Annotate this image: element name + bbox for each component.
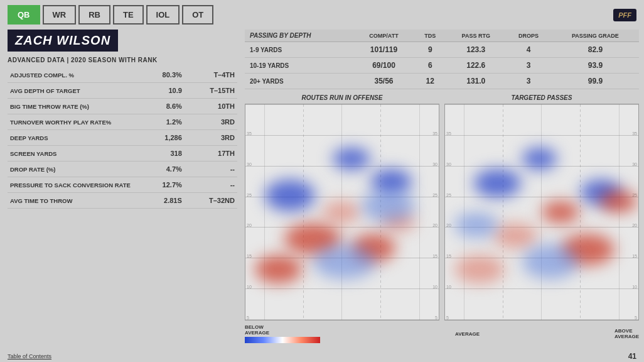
routes-run-heatmap <box>245 104 439 321</box>
footer: Table of Contents 41 <box>0 351 644 362</box>
nav-btn-qb[interactable]: QB <box>8 5 40 25</box>
routes-field <box>245 104 439 320</box>
heat-overlay-routes <box>245 104 439 320</box>
main-container: QB WR RB TE IOL OT PFF ZACH WILSON ADVAN… <box>0 0 644 362</box>
table-row: TURNOVER WORTHY PLAY RATE% 1.2% 3rd <box>8 114 237 130</box>
passing-row-10-19: 10-19 YARDS 69/100 6 122.6 3 93.9 <box>245 58 639 74</box>
stat-rank: T–4th <box>185 67 237 83</box>
stat-label: PRESSURE TO SACK CONVERSION RATE <box>8 177 134 193</box>
nav-btn-ot[interactable]: OT <box>182 5 213 25</box>
stat-label: DEEP YARDS <box>8 130 134 146</box>
stat-label: AVG DEPTH OF TARGET <box>8 83 134 99</box>
row-label: 1-9 YARDS <box>245 42 354 58</box>
legend-average-label: AVERAGE <box>455 331 480 337</box>
player-name-box: ZACH WILSON <box>8 30 118 52</box>
stats-table: ADJUSTED COMPL. % 80.3% T–4th AVG DEPTH … <box>8 67 237 209</box>
player-name: ZACH WILSON <box>15 33 110 48</box>
nav-btn-te[interactable]: TE <box>113 5 144 25</box>
routes-run-heatmap-container: ROUTES RUN IN OFFENSE <box>245 94 439 321</box>
pff-logo: PFF <box>613 9 636 21</box>
table-row: AVG TIME TO THROW 2.81s T–32nd <box>8 193 237 209</box>
pass-rtg-val: 122.6 <box>446 58 505 74</box>
col-header-passing-by-depth: PASSING BY DEPTH <box>245 30 354 42</box>
col-header-comp-att: COMP/ATT <box>354 30 414 42</box>
stat-rank: -- <box>185 162 237 177</box>
passing-row-1-9: 1-9 YARDS 101/119 9 123.3 4 82.9 <box>245 42 639 58</box>
tds-val: 6 <box>414 58 446 74</box>
stat-value: 2.81s <box>134 193 185 209</box>
legend-below: BELOWAVERAGE <box>245 324 320 343</box>
stat-rank: 3rd <box>185 130 237 146</box>
row-label: 20+ YARDS <box>245 74 354 89</box>
comp-att-val: 101/119 <box>354 42 414 58</box>
drops-val: 4 <box>505 42 552 58</box>
stat-rank: T–32nd <box>185 193 237 209</box>
stat-label: AVG TIME TO THROW <box>8 193 134 209</box>
stat-value: 318 <box>134 146 185 162</box>
legend-row: BELOWAVERAGE AVERAGE ABOVEAVERAGE <box>245 322 639 346</box>
row-label: 10-19 YARDS <box>245 58 354 74</box>
stat-value: 10.9 <box>134 83 185 99</box>
col-header-passing-grade: PASSING GRADE <box>552 30 639 42</box>
comp-att-val: 35/56 <box>354 74 414 89</box>
stat-value: 12.7% <box>134 177 185 193</box>
table-row: AVG DEPTH OF TARGET 10.9 T–15th <box>8 83 237 99</box>
stat-rank: 17th <box>185 146 237 162</box>
tds-val: 9 <box>414 42 446 58</box>
nav-btn-wr[interactable]: WR <box>43 5 77 25</box>
grade-val: 99.9 <box>552 74 639 89</box>
drops-val: 3 <box>505 74 552 89</box>
stat-rank: 3rd <box>185 114 237 130</box>
nav-btn-rb[interactable]: RB <box>78 5 110 25</box>
legend-above: ABOVEAVERAGE <box>614 328 639 339</box>
heat-overlay-targeted <box>445 104 638 320</box>
right-panel: PASSING BY DEPTH COMP/ATT TDs PASS RTG D… <box>245 30 644 351</box>
nav-btn-iol[interactable]: IOL <box>146 5 180 25</box>
stat-label: DROP RATE (%) <box>8 162 134 177</box>
targeted-passes-title: TARGETED PASSES <box>444 94 639 101</box>
table-row: SCREEN YARDS 318 17th <box>8 146 237 162</box>
table-row: BIG TIME THROW RATE (%) 8.6% 10th <box>8 99 237 114</box>
stat-value: 4.7% <box>134 162 185 177</box>
main-content: ZACH WILSON ADVANCED DATA | 2020 SEASON … <box>0 30 644 351</box>
stat-label: BIG TIME THROW RATE (%) <box>8 99 134 114</box>
tds-val: 12 <box>414 74 446 89</box>
top-navigation: QB WR RB TE IOL OT PFF <box>0 0 644 30</box>
targeted-passes-heatmap-container: TARGETED PASSES <box>444 94 639 321</box>
stat-value: 8.6% <box>134 99 185 114</box>
legend-below-label: BELOWAVERAGE <box>245 324 269 336</box>
grade-val: 93.9 <box>552 58 639 74</box>
legend-average: AVERAGE <box>455 331 480 337</box>
comp-att-val: 69/100 <box>354 58 414 74</box>
targeted-field <box>445 104 638 320</box>
drops-val: 3 <box>505 58 552 74</box>
table-row: ADJUSTED COMPL. % 80.3% T–4th <box>8 67 237 83</box>
stat-value: 1.2% <box>134 114 185 130</box>
targeted-passes-heatmap <box>444 104 639 321</box>
stat-label: SCREEN YARDS <box>8 146 134 162</box>
table-row: DROP RATE (%) 4.7% -- <box>8 162 237 177</box>
passing-by-depth-table: PASSING BY DEPTH COMP/ATT TDs PASS RTG D… <box>245 30 639 89</box>
table-row: PRESSURE TO SACK CONVERSION RATE 12.7% -… <box>8 177 237 193</box>
stat-label: ADJUSTED COMPL. % <box>8 67 134 83</box>
table-row: DEEP YARDS 1,286 3rd <box>8 130 237 146</box>
col-header-drops: DROPS <box>505 30 552 42</box>
routes-run-title: ROUTES RUN IN OFFENSE <box>245 94 439 101</box>
pass-rtg-val: 123.3 <box>446 42 505 58</box>
passing-row-20plus: 20+ YARDS 35/56 12 131.0 3 99.9 <box>245 74 639 89</box>
toc-link[interactable]: Table of Contents <box>8 353 51 359</box>
stat-label: TURNOVER WORTHY PLAY RATE% <box>8 114 134 130</box>
page-number: 41 <box>628 352 636 361</box>
stat-rank: T–15th <box>185 83 237 99</box>
legend-above-label: ABOVEAVERAGE <box>614 328 639 339</box>
grade-val: 82.9 <box>552 42 639 58</box>
stat-value: 1,286 <box>134 130 185 146</box>
pass-rtg-val: 131.0 <box>446 74 505 89</box>
advanced-data-title: ADVANCED DATA | 2020 SEASON WITH RANK <box>8 57 237 63</box>
stat-rank: 10th <box>185 99 237 114</box>
stat-rank: -- <box>185 177 237 193</box>
col-header-pass-rtg: PASS RTG <box>446 30 505 42</box>
col-header-tds: TDs <box>414 30 446 42</box>
stat-value: 80.3% <box>134 67 185 83</box>
left-panel: ZACH WILSON ADVANCED DATA | 2020 SEASON … <box>0 30 245 351</box>
